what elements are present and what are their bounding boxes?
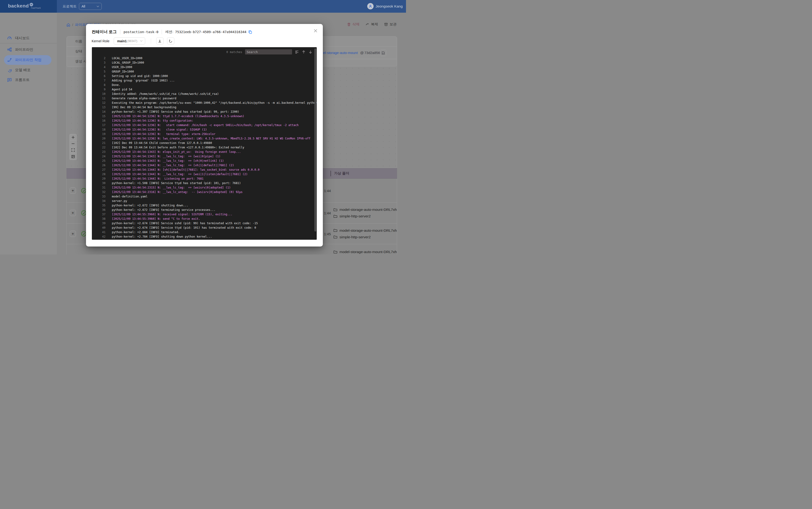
line-number: 20 bbox=[92, 136, 105, 141]
user-name: Jeongseok Kang bbox=[376, 4, 403, 8]
copy-icon[interactable] bbox=[248, 30, 252, 34]
log-line: 18[2025/12/09 13:44:54:1236] N: close si… bbox=[92, 128, 317, 132]
line-text: [2025/12/09 13:44:54:1344] N: Listening … bbox=[112, 177, 203, 180]
zoom-in-button[interactable] bbox=[70, 134, 76, 141]
storage-link[interactable]: el-storage-auto-mount bbox=[323, 51, 358, 55]
log-line: 5GROUP_ID=1000 bbox=[92, 69, 317, 74]
close-icon[interactable] bbox=[314, 29, 318, 33]
backend-ai-logo: backend AI FastTrack bbox=[8, 3, 41, 9]
vfolder-name: model-storage-auto-mount-DRL7xh bbox=[339, 250, 397, 254]
header-divider bbox=[162, 30, 162, 34]
logo-subtitle: FastTrack bbox=[31, 7, 41, 9]
expand-row-button[interactable]: + bbox=[70, 188, 76, 194]
redo-icon bbox=[366, 23, 369, 26]
expand-row-button[interactable]: + bbox=[70, 231, 76, 237]
line-text: [102] Dec 09 13:44:54 Child connection f… bbox=[112, 141, 212, 145]
line-number: 27 bbox=[92, 168, 105, 172]
line-number: 28 bbox=[92, 172, 105, 176]
log-line: 35python-kernel: +2.672 [INFO] shutting … bbox=[92, 203, 317, 208]
project-select-value: All bbox=[82, 4, 85, 8]
arrow-down-icon[interactable] bbox=[308, 50, 313, 54]
folder-icon bbox=[333, 229, 337, 232]
log-line: 27[2025/12/09 13:44:54:1344] N: [vh|1|de… bbox=[92, 168, 317, 172]
line-text: Agent pid 54 bbox=[112, 88, 132, 91]
scrollbar-thumb[interactable] bbox=[314, 48, 316, 232]
project-select[interactable]: All bbox=[79, 3, 102, 10]
logo-text: backend bbox=[8, 3, 29, 8]
sidebar-item-pipeline[interactable]: 파이프라인 bbox=[4, 45, 52, 55]
zoom-out-button[interactable] bbox=[70, 141, 76, 147]
kernel-role-row: Kernel Role main1 (98347) bbox=[92, 37, 178, 45]
user-menu[interactable]: Jeongseok Kang bbox=[367, 3, 403, 9]
line-text: python-kernel: +2.784 [INFO] shutting do… bbox=[112, 235, 212, 238]
line-number: 25 bbox=[92, 159, 105, 163]
log-line: 42python-kernel: +2.784 [INFO] shutting … bbox=[92, 235, 317, 239]
line-text: [2025/12/09 13:44:54:1343] N: elops_init… bbox=[112, 150, 241, 154]
line-number: 10 bbox=[92, 92, 105, 96]
vfolder-name: model-storage-auto-mount-DRL7xh bbox=[339, 229, 397, 233]
line-text: USER_ID=1000 bbox=[112, 66, 132, 69]
arrow-up-icon[interactable] bbox=[302, 50, 306, 54]
line-number: 19 bbox=[92, 132, 105, 136]
sidebar-item-prompt[interactable]: 프롬프트 bbox=[4, 75, 52, 85]
sidebar-item-pipeline-job[interactable]: 파이프라인 작업 bbox=[4, 55, 52, 65]
line-text: Setting up uid and gid: 1000:1000 bbox=[112, 74, 168, 78]
line-number: 6 bbox=[92, 74, 105, 78]
code-file-button[interactable] bbox=[380, 49, 387, 56]
folder-icon bbox=[333, 235, 337, 239]
log-line: 9Agent pid 54 bbox=[92, 87, 317, 92]
log-line: 2LOCAL_USER_ID=1000 bbox=[92, 56, 317, 61]
line-text: [2025/12/09 13:44:54:1343] N: __lws_lc_t… bbox=[112, 155, 220, 158]
line-text: [2025/12/09 13:44:54:1343] N: __lws_lc_t… bbox=[112, 159, 224, 163]
vfolder-name: model-storage-auto-mount-DRL7xh bbox=[339, 208, 397, 212]
line-number: 3 bbox=[92, 61, 105, 65]
line-number: 13 bbox=[92, 105, 105, 110]
wrap-lines-icon[interactable] bbox=[295, 50, 299, 54]
sidebar-item-dashboard[interactable]: 대시보드 bbox=[4, 33, 52, 43]
vfolder-item: model-storage-auto-mount-DRL7xh bbox=[333, 249, 397, 254]
home-icon[interactable] bbox=[66, 23, 70, 27]
download-log-button[interactable] bbox=[156, 37, 164, 45]
line-text: [2025/12/09 13:44:54:2316] N: __lws_lc_u… bbox=[112, 191, 242, 194]
log-line: 34server.py bbox=[92, 199, 317, 203]
log-line: 3LOCAL_GROUP_ID=1000 bbox=[92, 61, 317, 65]
line-text: python-kernel: +1.397 [INFO] Service ssh… bbox=[112, 110, 239, 113]
line-number: 15 bbox=[92, 114, 105, 118]
vfolder-item: simple-http-server2 bbox=[333, 213, 397, 219]
row-time: 1:44 bbox=[324, 189, 331, 193]
fit-view-button[interactable] bbox=[70, 147, 76, 153]
expand-row-button[interactable]: + bbox=[70, 210, 76, 216]
line-number: 29 bbox=[92, 176, 105, 181]
line-text: [2025/12/09 13:44:54:1236] N: ttyd 1.7.7… bbox=[112, 114, 245, 118]
log-line: 33model-definition.yaml bbox=[92, 194, 317, 199]
line-number: 4 bbox=[92, 65, 105, 69]
line-number: 30 bbox=[92, 181, 105, 185]
search-input[interactable] bbox=[245, 49, 292, 55]
kernel-role-value: main1 bbox=[117, 39, 127, 43]
kernel-role-select[interactable]: main1 (98347) bbox=[114, 37, 145, 45]
log-line: 7Adding group `grpread' (GID 1002) ... bbox=[92, 78, 317, 83]
sidebar-item-model-serving[interactable]: 모델 배포 bbox=[4, 65, 52, 75]
line-number: 12 bbox=[92, 101, 105, 105]
dashboard-icon bbox=[7, 36, 12, 40]
project-label: 프로젝트 bbox=[63, 4, 76, 9]
match-count: 0 matches bbox=[226, 50, 242, 54]
log-line: 15[2025/12/09 13:44:54:1236] N: ttyd 1.7… bbox=[92, 114, 317, 118]
refresh-log-button[interactable] bbox=[167, 37, 174, 45]
trash-icon bbox=[347, 23, 351, 26]
clone-button[interactable]: 복제 bbox=[366, 22, 378, 27]
log-line: 26[2025/12/09 13:44:54:1344] N: __lws_lc… bbox=[92, 163, 317, 168]
log-line: 13[99] Dec 09 13:44:54 Not backgrounding bbox=[92, 105, 317, 110]
log-terminal[interactable]: 0 matches 2LOCAL_USER_ID=10003LOCAL_GROU… bbox=[92, 47, 317, 240]
line-number: 31 bbox=[92, 185, 105, 190]
line-number: 26 bbox=[92, 163, 105, 168]
delete-button[interactable]: 삭제 bbox=[347, 22, 359, 27]
layout-panel-button[interactable] bbox=[70, 153, 76, 160]
line-text: server.py bbox=[112, 199, 127, 203]
line-text: Generate random alpha-numeric password bbox=[112, 97, 176, 100]
folder-icon bbox=[333, 250, 337, 254]
archive-button[interactable]: 보관 bbox=[384, 22, 397, 27]
line-text: python-kernel: +2.674 [INFO] Service ssh… bbox=[112, 222, 258, 225]
line-number: 37 bbox=[92, 212, 105, 217]
log-line: 14python-kernel: +1.397 [INFO] Service s… bbox=[92, 110, 317, 114]
